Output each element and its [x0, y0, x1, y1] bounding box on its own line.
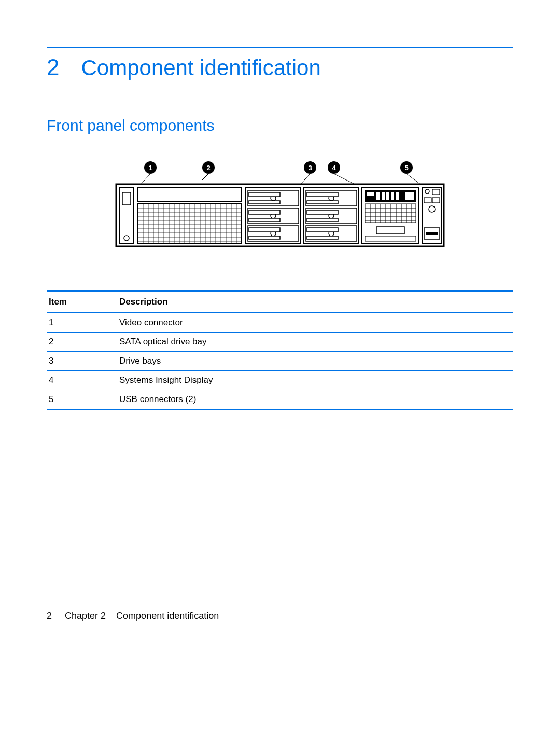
svg-rect-95 — [365, 236, 416, 241]
table-cell-description: Video connector — [119, 313, 513, 333]
video-connector-icon — [122, 192, 131, 205]
svg-rect-94 — [376, 227, 404, 234]
usb-connector-2-icon — [424, 198, 431, 203]
svg-rect-74 — [376, 192, 380, 200]
vent-grille-icon — [138, 204, 242, 243]
usb-connector-1-icon — [432, 189, 440, 195]
table-row: 1 Video connector — [47, 313, 513, 333]
chapter-title: Component identification — [81, 56, 320, 80]
top-rule — [47, 47, 513, 48]
table-cell-item: 5 — [47, 390, 119, 410]
svg-rect-61 — [307, 192, 338, 197]
svg-rect-62 — [307, 201, 338, 204]
page-number: 2 — [47, 611, 52, 621]
svg-rect-53 — [249, 218, 280, 222]
components-table: Item Description 1 Video connector 2 SAT… — [47, 290, 513, 410]
svg-rect-80 — [365, 204, 416, 223]
table-header-row: Item Description — [47, 291, 513, 313]
svg-rect-73 — [367, 192, 374, 196]
table-cell-description: Systems Insight Display — [119, 371, 513, 390]
chapter-heading: 2 Component identification — [47, 54, 513, 80]
drive-cage-2-icon — [304, 187, 359, 243]
svg-rect-48 — [249, 192, 280, 197]
optical-drive-bay-icon — [138, 187, 242, 202]
chapter-number: 2 — [47, 54, 59, 80]
svg-rect-76 — [386, 192, 389, 200]
svg-rect-77 — [391, 192, 394, 200]
table-cell-item: 4 — [47, 371, 119, 390]
table-cell-item: 2 — [47, 333, 119, 352]
server-front-panel-icon: 1 2 3 4 5 — [114, 160, 446, 254]
svg-text:3: 3 — [308, 164, 312, 172]
footer-chapter-title: Component identification — [116, 611, 219, 621]
svg-rect-52 — [249, 210, 280, 214]
table-header-description: Description — [119, 291, 513, 313]
drive-cage-1-icon — [246, 187, 301, 243]
table-cell-item: 1 — [47, 313, 119, 333]
svg-text:4: 4 — [332, 164, 336, 172]
table-header-item: Item — [47, 291, 119, 313]
systems-insight-display-icon — [362, 187, 419, 243]
table-cell-item: 3 — [47, 352, 119, 371]
table-row: 2 SATA optical drive bay — [47, 333, 513, 352]
svg-rect-78 — [396, 192, 399, 200]
table-row: 3 Drive bays — [47, 352, 513, 371]
section-heading: Front panel components — [47, 117, 513, 134]
table-cell-description: SATA optical drive bay — [119, 333, 513, 352]
svg-text:1: 1 — [148, 164, 152, 172]
svg-rect-65 — [307, 210, 338, 214]
table-row: 4 Systems Insight Display — [47, 371, 513, 390]
footer-chapter-label: Chapter 2 — [65, 611, 106, 621]
svg-rect-56 — [249, 228, 280, 232]
table-cell-description: USB connectors (2) — [119, 390, 513, 410]
right-ear — [422, 187, 442, 243]
svg-text:5: 5 — [404, 164, 408, 172]
svg-rect-70 — [307, 236, 338, 239]
page-footer: 2 Chapter 2 Component identification — [47, 611, 513, 621]
svg-rect-98 — [432, 198, 440, 203]
svg-rect-49 — [249, 201, 280, 204]
svg-rect-79 — [405, 192, 414, 200]
svg-rect-75 — [382, 192, 385, 200]
table-cell-description: Drive bays — [119, 352, 513, 371]
svg-rect-66 — [307, 218, 338, 222]
svg-rect-69 — [307, 228, 338, 232]
table-row: 5 USB connectors (2) — [47, 390, 513, 410]
svg-rect-101 — [426, 232, 438, 235]
svg-rect-57 — [249, 236, 280, 239]
svg-text:2: 2 — [206, 164, 210, 172]
server-diagram: 1 2 3 4 5 — [47, 160, 513, 254]
